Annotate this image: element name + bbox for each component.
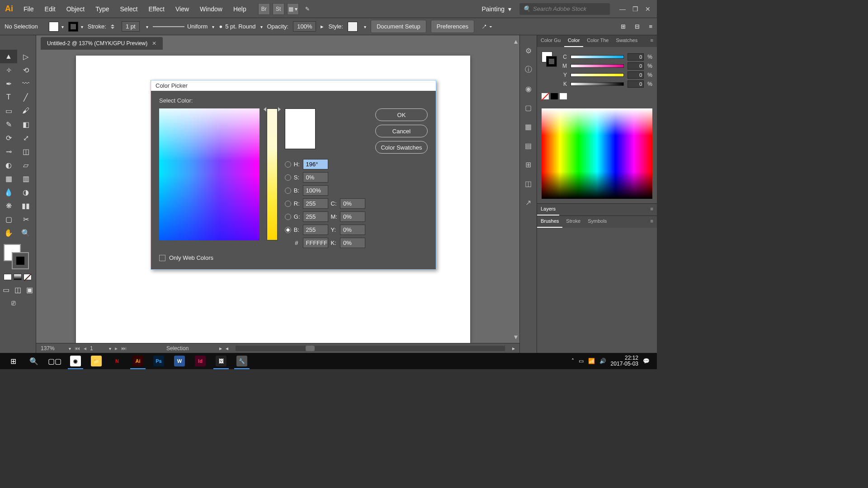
align-to-icon[interactable]: ⭧ ▾ bbox=[481, 23, 492, 30]
stroke-swatch[interactable] bbox=[68, 22, 78, 32]
style-swatch[interactable] bbox=[348, 22, 358, 32]
draw-behind-icon[interactable]: ◫ bbox=[12, 283, 24, 296]
hscrollbar[interactable] bbox=[236, 346, 505, 351]
direct-selection-tool[interactable]: ▷ bbox=[17, 50, 34, 63]
cancel-button[interactable]: Cancel bbox=[375, 125, 428, 137]
lasso-tool[interactable]: ⟲ bbox=[17, 63, 34, 77]
stroke-stepper[interactable] bbox=[111, 22, 117, 32]
status-play-icon[interactable]: ▸ bbox=[219, 345, 222, 352]
menu-view[interactable]: View bbox=[170, 0, 194, 18]
tab-symbols[interactable]: Symbols bbox=[584, 216, 610, 228]
scale-tool[interactable]: ⤢ bbox=[17, 131, 34, 145]
selection-tool[interactable]: ▲ bbox=[0, 50, 17, 63]
tab-color-guide[interactable]: Color Gu bbox=[537, 35, 564, 47]
tab-color-themes[interactable]: Color The bbox=[583, 35, 612, 47]
bb-input[interactable]: 255 bbox=[303, 225, 328, 235]
gradient-tool[interactable]: ▥ bbox=[17, 172, 34, 185]
zoom-tool[interactable]: 🔍 bbox=[17, 226, 34, 239]
appearance-icon[interactable]: ◉ bbox=[523, 83, 534, 94]
k-input[interactable] bbox=[627, 80, 644, 88]
photoshop-app[interactable]: Ps bbox=[148, 353, 169, 369]
export-icon[interactable]: ↗ bbox=[523, 197, 534, 208]
rectangle-tool[interactable]: ▭ bbox=[0, 104, 17, 117]
y-input[interactable] bbox=[627, 71, 644, 79]
none-swatch[interactable] bbox=[542, 93, 549, 99]
document-tab[interactable]: Untitled-2 @ 137% (CMYK/GPU Preview) ✕ bbox=[41, 37, 163, 50]
explorer-app[interactable]: 📁 bbox=[86, 353, 107, 369]
arrange-documents-icon[interactable]: ▦ ▾ bbox=[287, 3, 299, 15]
y-slider[interactable] bbox=[571, 73, 624, 77]
magic-wand-tool[interactable]: ✧ bbox=[0, 63, 17, 77]
stroke-weight-input[interactable]: 1 pt bbox=[122, 21, 140, 32]
panel-menu-icon[interactable]: ≡ bbox=[647, 35, 657, 47]
pencil-tool[interactable]: ✎ bbox=[0, 117, 17, 131]
transparency-icon[interactable]: ▦ bbox=[523, 121, 534, 132]
brushes-menu-icon[interactable]: ≡ bbox=[647, 216, 657, 228]
saturation-box[interactable] bbox=[159, 108, 259, 240]
search-stock-input[interactable]: 🔍 Search Adobe Stock bbox=[519, 3, 610, 15]
white-swatch[interactable] bbox=[560, 93, 567, 99]
paintbrush-tool[interactable]: 🖌 bbox=[17, 104, 34, 117]
illustrator-app[interactable]: Ai bbox=[127, 353, 148, 369]
k-input-dlg[interactable]: 0% bbox=[340, 238, 365, 248]
tab-layers[interactable]: Layers bbox=[537, 204, 559, 216]
m-input-dlg[interactable]: 0% bbox=[340, 211, 365, 222]
layers-menu-icon[interactable]: ≡ bbox=[647, 204, 657, 216]
c-slider[interactable] bbox=[571, 55, 624, 59]
rotate-tool[interactable]: ⟳ bbox=[0, 131, 17, 145]
wheel-icon[interactable]: ⚙ bbox=[523, 45, 534, 56]
b-input[interactable]: 100% bbox=[303, 185, 328, 196]
color-swatches-button[interactable]: Color Swatches bbox=[375, 141, 428, 154]
tab-stroke[interactable]: Stroke bbox=[562, 216, 584, 228]
search-taskbar-icon[interactable]: 🔍 bbox=[24, 353, 44, 369]
align-icon[interactable]: ▤ bbox=[523, 140, 534, 151]
s-input[interactable]: 0% bbox=[303, 172, 328, 183]
close-icon[interactable]: ✕ bbox=[644, 5, 651, 13]
perspective-tool[interactable]: ▱ bbox=[17, 158, 34, 172]
draw-inside-icon[interactable]: ▣ bbox=[24, 283, 36, 296]
h-input[interactable]: 196° bbox=[303, 159, 328, 169]
scroll-up-icon[interactable]: ▴ bbox=[514, 37, 518, 46]
stroke-chevron-icon[interactable] bbox=[79, 23, 83, 30]
c-input[interactable] bbox=[627, 53, 644, 61]
scroll-right-icon[interactable]: ▸ bbox=[512, 345, 515, 352]
stroke-profile[interactable]: Uniform bbox=[153, 23, 215, 30]
minimize-icon[interactable]: — bbox=[619, 5, 626, 13]
panel-stroke-swatch[interactable] bbox=[546, 56, 557, 67]
last-artboard-icon[interactable]: ⏭ bbox=[121, 345, 127, 352]
options-menu-icon[interactable]: ≡ bbox=[649, 23, 652, 30]
align-panel-icon[interactable]: ⊟ bbox=[635, 23, 640, 30]
mesh-tool[interactable]: ▦ bbox=[0, 172, 17, 185]
curvature-tool[interactable]: 〰 bbox=[17, 77, 34, 90]
next-artboard-icon[interactable]: ▸ bbox=[115, 345, 118, 352]
style-chevron-icon[interactable] bbox=[362, 23, 366, 30]
transform-panel-icon[interactable]: ⊞ bbox=[621, 23, 626, 30]
bb-radio[interactable] bbox=[285, 227, 291, 233]
hex-input[interactable]: FFFFFF bbox=[303, 238, 328, 248]
blend-tool[interactable]: ◑ bbox=[17, 185, 34, 199]
r-input[interactable]: 255 bbox=[303, 198, 328, 209]
gpu-icon[interactable]: ✎ bbox=[302, 3, 313, 15]
opacity-input[interactable]: 100% bbox=[293, 21, 316, 32]
pen-tool[interactable]: ✒ bbox=[0, 77, 17, 90]
tab-color[interactable]: Color bbox=[564, 35, 583, 47]
only-web-checkbox[interactable] bbox=[159, 255, 165, 261]
notifications-icon[interactable]: 💬 bbox=[643, 358, 650, 364]
column-graph-tool[interactable]: ▮▮ bbox=[17, 199, 34, 212]
chrome-app[interactable]: ◉ bbox=[65, 353, 86, 369]
artboard-chevron-icon[interactable] bbox=[107, 345, 111, 352]
r-radio[interactable] bbox=[285, 201, 291, 207]
artboard-number[interactable]: 1 bbox=[90, 345, 104, 352]
type-tool[interactable]: T bbox=[0, 90, 17, 104]
start-button[interactable]: ⊞ bbox=[3, 353, 24, 369]
g-input[interactable]: 255 bbox=[303, 211, 328, 222]
fill-swatch[interactable] bbox=[49, 22, 59, 32]
slice-tool[interactable]: ✂ bbox=[17, 212, 34, 226]
shape-builder-tool[interactable]: ◐ bbox=[0, 158, 17, 172]
info-icon[interactable]: ⓘ bbox=[523, 64, 534, 75]
tab-brushes[interactable]: Brushes bbox=[537, 216, 562, 228]
color-mode-swatches[interactable] bbox=[4, 274, 36, 280]
b-radio[interactable] bbox=[285, 188, 291, 194]
y-input-dlg[interactable]: 0% bbox=[340, 225, 365, 235]
artboard-tool[interactable]: ▢ bbox=[0, 212, 17, 226]
